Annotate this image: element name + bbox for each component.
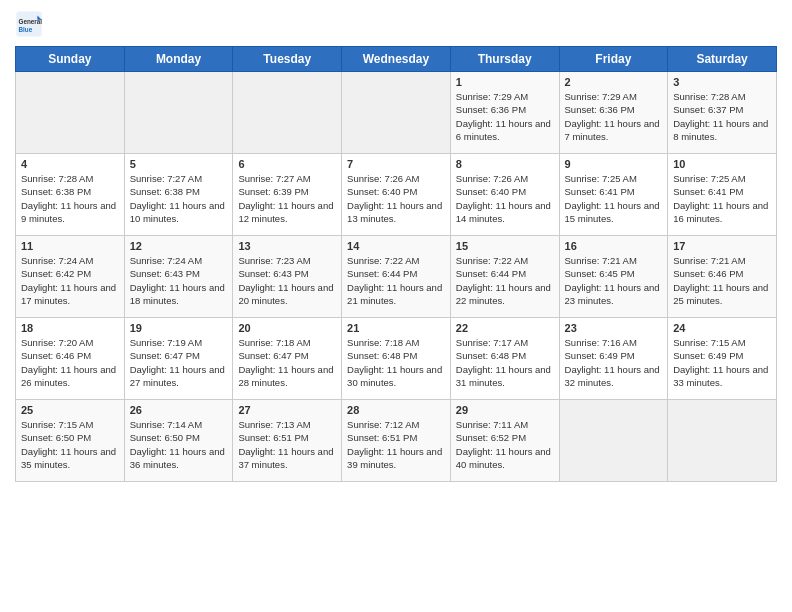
daylight-label: Daylight: 11 hours and 14 minutes. — [456, 200, 551, 224]
calendar-cell: 4Sunrise: 7:28 AMSunset: 6:38 PMDaylight… — [16, 154, 125, 236]
sunset-label: Sunset: 6:51 PM — [347, 432, 417, 443]
calendar-cell: 10Sunrise: 7:25 AMSunset: 6:41 PMDayligh… — [668, 154, 777, 236]
week-row-5: 25Sunrise: 7:15 AMSunset: 6:50 PMDayligh… — [16, 400, 777, 482]
cell-content: Sunrise: 7:25 AMSunset: 6:41 PMDaylight:… — [673, 172, 771, 225]
daylight-label: Daylight: 11 hours and 21 minutes. — [347, 282, 442, 306]
calendar-cell — [668, 400, 777, 482]
sunrise-label: Sunrise: 7:22 AM — [347, 255, 419, 266]
calendar-cell: 27Sunrise: 7:13 AMSunset: 6:51 PMDayligh… — [233, 400, 342, 482]
sunrise-label: Sunrise: 7:11 AM — [456, 419, 528, 430]
sunset-label: Sunset: 6:50 PM — [130, 432, 200, 443]
calendar-cell: 11Sunrise: 7:24 AMSunset: 6:42 PMDayligh… — [16, 236, 125, 318]
sunset-label: Sunset: 6:49 PM — [673, 350, 743, 361]
calendar-cell: 19Sunrise: 7:19 AMSunset: 6:47 PMDayligh… — [124, 318, 233, 400]
daylight-label: Daylight: 11 hours and 12 minutes. — [238, 200, 333, 224]
sunrise-label: Sunrise: 7:15 AM — [673, 337, 745, 348]
calendar-cell: 26Sunrise: 7:14 AMSunset: 6:50 PMDayligh… — [124, 400, 233, 482]
daylight-label: Daylight: 11 hours and 7 minutes. — [565, 118, 660, 142]
daylight-label: Daylight: 11 hours and 25 minutes. — [673, 282, 768, 306]
daylight-label: Daylight: 11 hours and 6 minutes. — [456, 118, 551, 142]
day-number: 18 — [21, 322, 119, 334]
day-number: 24 — [673, 322, 771, 334]
daylight-label: Daylight: 11 hours and 17 minutes. — [21, 282, 116, 306]
day-number: 26 — [130, 404, 228, 416]
calendar-cell: 7Sunrise: 7:26 AMSunset: 6:40 PMDaylight… — [342, 154, 451, 236]
sunset-label: Sunset: 6:42 PM — [21, 268, 91, 279]
daylight-label: Daylight: 11 hours and 33 minutes. — [673, 364, 768, 388]
sunset-label: Sunset: 6:45 PM — [565, 268, 635, 279]
daylight-label: Daylight: 11 hours and 36 minutes. — [130, 446, 225, 470]
calendar-cell: 16Sunrise: 7:21 AMSunset: 6:45 PMDayligh… — [559, 236, 668, 318]
cell-content: Sunrise: 7:16 AMSunset: 6:49 PMDaylight:… — [565, 336, 663, 389]
sunset-label: Sunset: 6:41 PM — [565, 186, 635, 197]
cell-content: Sunrise: 7:26 AMSunset: 6:40 PMDaylight:… — [347, 172, 445, 225]
sunrise-label: Sunrise: 7:28 AM — [21, 173, 93, 184]
calendar-table: SundayMondayTuesdayWednesdayThursdayFrid… — [15, 46, 777, 482]
week-row-1: 1Sunrise: 7:29 AMSunset: 6:36 PMDaylight… — [16, 72, 777, 154]
cell-content: Sunrise: 7:22 AMSunset: 6:44 PMDaylight:… — [347, 254, 445, 307]
svg-text:Blue: Blue — [19, 26, 33, 33]
day-number: 3 — [673, 76, 771, 88]
sunrise-label: Sunrise: 7:23 AM — [238, 255, 310, 266]
day-number: 28 — [347, 404, 445, 416]
calendar-cell — [233, 72, 342, 154]
day-number: 8 — [456, 158, 554, 170]
day-number: 7 — [347, 158, 445, 170]
sunset-label: Sunset: 6:48 PM — [456, 350, 526, 361]
daylight-label: Daylight: 11 hours and 20 minutes. — [238, 282, 333, 306]
week-row-3: 11Sunrise: 7:24 AMSunset: 6:42 PMDayligh… — [16, 236, 777, 318]
day-number: 22 — [456, 322, 554, 334]
cell-content: Sunrise: 7:29 AMSunset: 6:36 PMDaylight:… — [456, 90, 554, 143]
cell-content: Sunrise: 7:29 AMSunset: 6:36 PMDaylight:… — [565, 90, 663, 143]
daylight-label: Daylight: 11 hours and 40 minutes. — [456, 446, 551, 470]
sunset-label: Sunset: 6:48 PM — [347, 350, 417, 361]
cell-content: Sunrise: 7:18 AMSunset: 6:48 PMDaylight:… — [347, 336, 445, 389]
day-header-tuesday: Tuesday — [233, 47, 342, 72]
cell-content: Sunrise: 7:15 AMSunset: 6:49 PMDaylight:… — [673, 336, 771, 389]
sunset-label: Sunset: 6:47 PM — [238, 350, 308, 361]
day-number: 17 — [673, 240, 771, 252]
sunrise-label: Sunrise: 7:20 AM — [21, 337, 93, 348]
day-number: 27 — [238, 404, 336, 416]
cell-content: Sunrise: 7:25 AMSunset: 6:41 PMDaylight:… — [565, 172, 663, 225]
cell-content: Sunrise: 7:14 AMSunset: 6:50 PMDaylight:… — [130, 418, 228, 471]
calendar-cell: 29Sunrise: 7:11 AMSunset: 6:52 PMDayligh… — [450, 400, 559, 482]
sunrise-label: Sunrise: 7:12 AM — [347, 419, 419, 430]
day-header-saturday: Saturday — [668, 47, 777, 72]
cell-content: Sunrise: 7:28 AMSunset: 6:37 PMDaylight:… — [673, 90, 771, 143]
day-number: 29 — [456, 404, 554, 416]
sunset-label: Sunset: 6:46 PM — [21, 350, 91, 361]
sunrise-label: Sunrise: 7:28 AM — [673, 91, 745, 102]
sunrise-label: Sunrise: 7:17 AM — [456, 337, 528, 348]
day-number: 9 — [565, 158, 663, 170]
day-number: 15 — [456, 240, 554, 252]
calendar-cell: 2Sunrise: 7:29 AMSunset: 6:36 PMDaylight… — [559, 72, 668, 154]
sunset-label: Sunset: 6:43 PM — [238, 268, 308, 279]
calendar-cell: 13Sunrise: 7:23 AMSunset: 6:43 PMDayligh… — [233, 236, 342, 318]
sunset-label: Sunset: 6:37 PM — [673, 104, 743, 115]
calendar-cell: 17Sunrise: 7:21 AMSunset: 6:46 PMDayligh… — [668, 236, 777, 318]
day-header-thursday: Thursday — [450, 47, 559, 72]
sunrise-label: Sunrise: 7:18 AM — [238, 337, 310, 348]
day-number: 5 — [130, 158, 228, 170]
header: General Blue — [15, 10, 777, 38]
sunrise-label: Sunrise: 7:25 AM — [673, 173, 745, 184]
sunrise-label: Sunrise: 7:15 AM — [21, 419, 93, 430]
sunset-label: Sunset: 6:41 PM — [673, 186, 743, 197]
sunset-label: Sunset: 6:52 PM — [456, 432, 526, 443]
day-number: 6 — [238, 158, 336, 170]
calendar-cell: 25Sunrise: 7:15 AMSunset: 6:50 PMDayligh… — [16, 400, 125, 482]
cell-content: Sunrise: 7:21 AMSunset: 6:46 PMDaylight:… — [673, 254, 771, 307]
calendar-cell: 9Sunrise: 7:25 AMSunset: 6:41 PMDaylight… — [559, 154, 668, 236]
day-header-wednesday: Wednesday — [342, 47, 451, 72]
sunset-label: Sunset: 6:46 PM — [673, 268, 743, 279]
calendar-cell: 28Sunrise: 7:12 AMSunset: 6:51 PMDayligh… — [342, 400, 451, 482]
daylight-label: Daylight: 11 hours and 37 minutes. — [238, 446, 333, 470]
daylight-label: Daylight: 11 hours and 8 minutes. — [673, 118, 768, 142]
sunset-label: Sunset: 6:51 PM — [238, 432, 308, 443]
sunset-label: Sunset: 6:40 PM — [456, 186, 526, 197]
sunset-label: Sunset: 6:38 PM — [130, 186, 200, 197]
sunrise-label: Sunrise: 7:27 AM — [130, 173, 202, 184]
daylight-label: Daylight: 11 hours and 22 minutes. — [456, 282, 551, 306]
daylight-label: Daylight: 11 hours and 13 minutes. — [347, 200, 442, 224]
